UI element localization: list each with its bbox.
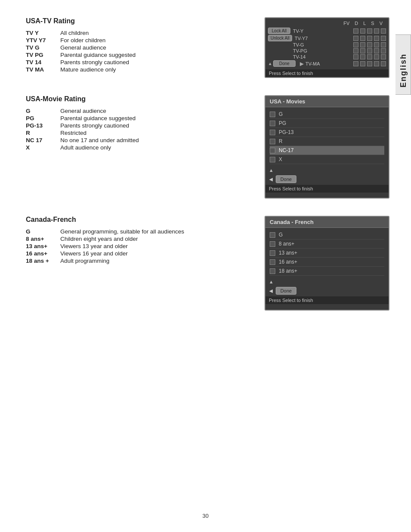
unlock-all-button[interactable]: Unlock All bbox=[268, 35, 292, 41]
list-item: GGeneral audience bbox=[26, 107, 139, 115]
usa-movie-done-button[interactable]: Done bbox=[276, 175, 296, 183]
usa-tv-row-y: Lock All TV-Y bbox=[268, 28, 386, 34]
cb-s-14[interactable] bbox=[374, 54, 379, 59]
cb-fv-g[interactable] bbox=[353, 42, 358, 47]
list-item[interactable]: 13 ans+ bbox=[270, 249, 384, 258]
cb-v-g[interactable] bbox=[381, 42, 386, 47]
usa-tv-row-pg: TV-PG bbox=[268, 48, 386, 53]
list-item[interactable]: 18 ans+ bbox=[270, 267, 384, 276]
list-item: NC 17No one 17 and under admitted bbox=[26, 137, 139, 144]
usa-tv-text: USA-TV Rating TV YAll childrenYTV Y7For … bbox=[26, 17, 252, 78]
cb-fv-y[interactable] bbox=[353, 28, 358, 34]
list-item[interactable]: R bbox=[270, 137, 384, 146]
cb-l-g[interactable] bbox=[367, 42, 372, 47]
usa-movie-list: GPGPG-13RNC-17X bbox=[265, 107, 389, 167]
cb-s-ma[interactable] bbox=[374, 61, 379, 66]
list-item: PGParental guidance suggested bbox=[26, 115, 139, 122]
usa-movie-text: USA-Movie Rating GGeneral audiencePGPare… bbox=[26, 95, 252, 199]
usa-movie-footer: ◄ Done bbox=[265, 174, 389, 185]
list-item[interactable]: NC-17 bbox=[270, 146, 384, 155]
cb-d-y[interactable] bbox=[360, 28, 365, 34]
canada-french-done-button[interactable]: Done bbox=[276, 287, 296, 295]
cb-l-y[interactable] bbox=[367, 28, 372, 34]
cb-v-y[interactable] bbox=[381, 28, 386, 34]
cb-v-ma[interactable] bbox=[381, 61, 386, 66]
list-item[interactable]: G bbox=[270, 230, 384, 240]
cb-fv-ma[interactable] bbox=[353, 61, 358, 66]
cb-v-y7[interactable] bbox=[381, 36, 386, 41]
list-item: 8 ans+Children eight years and older bbox=[26, 235, 184, 243]
usa-movie-section: USA-Movie Rating GGeneral audiencePGPare… bbox=[26, 95, 389, 199]
usa-movie-screen-header: USA - Movies bbox=[265, 96, 389, 107]
page-number: 30 bbox=[0, 513, 411, 519]
usa-tv-press-select: Press Select to finish bbox=[265, 69, 389, 77]
cb-l-pg[interactable] bbox=[367, 48, 372, 53]
cb-l-ma[interactable] bbox=[367, 61, 372, 66]
list-item: 13 ans+Viewers 13 year and older bbox=[26, 243, 184, 250]
usa-tv-col-headers: FV D L S V bbox=[268, 20, 386, 27]
list-item: TV GGeneral audience bbox=[26, 44, 136, 51]
list-item: 16 ans+Viewers 16 year and older bbox=[26, 250, 184, 257]
canada-french-rating-table: GGeneral programming, suitable for all a… bbox=[26, 228, 184, 264]
list-item[interactable]: X bbox=[270, 155, 384, 164]
usa-tv-row-14: TV-14 bbox=[268, 54, 386, 59]
usa-tv-row-y7: Unlock All TV-Y7 bbox=[268, 35, 386, 41]
usa-tv-screen: FV D L S V Lock All TV-Y bbox=[265, 17, 389, 78]
lock-all-button[interactable]: Lock All bbox=[268, 28, 290, 34]
list-item: TV MAMature audience only bbox=[26, 66, 136, 73]
cb-d-y7[interactable] bbox=[360, 36, 365, 41]
list-item: RRestricted bbox=[26, 129, 139, 137]
english-tab: English bbox=[395, 34, 411, 95]
canada-french-up-arrow: ▲ bbox=[265, 279, 389, 284]
usa-movie-rating-table: GGeneral audiencePGParental guidance sug… bbox=[26, 107, 139, 151]
usa-movie-title: USA-Movie Rating bbox=[26, 95, 252, 103]
cb-v-14[interactable] bbox=[381, 54, 386, 59]
canada-french-list: G8 ans+13 ans+16 ans+18 ans+ bbox=[265, 228, 389, 278]
list-item: YTV Y7For older children bbox=[26, 37, 136, 44]
list-item: TV 14Parents strongly cautioned bbox=[26, 59, 136, 66]
list-item: GGeneral programming, suitable for all a… bbox=[26, 228, 184, 235]
list-item[interactable]: 8 ans+ bbox=[270, 240, 384, 249]
usa-tv-rating-table: TV YAll childrenYTV Y7For older children… bbox=[26, 29, 136, 73]
list-item[interactable]: PG-13 bbox=[270, 128, 384, 137]
list-item: TV PGParental guidance suggested bbox=[26, 51, 136, 59]
cb-fv-pg[interactable] bbox=[353, 48, 358, 53]
cb-d-14[interactable] bbox=[360, 54, 365, 59]
list-item[interactable]: G bbox=[270, 110, 384, 119]
list-item[interactable]: 16 ans+ bbox=[270, 258, 384, 267]
cb-v-pg[interactable] bbox=[381, 48, 386, 53]
cb-l-y7[interactable] bbox=[367, 36, 372, 41]
canada-french-section: Canada-French GGeneral programming, suit… bbox=[26, 216, 389, 311]
list-item: XAdult audience only bbox=[26, 144, 139, 151]
usa-movie-screen: USA - Movies GPGPG-13RNC-17X ▲ ◄ Done Pr… bbox=[265, 95, 389, 199]
cb-s-y[interactable] bbox=[374, 28, 379, 34]
canada-french-press-select: Press Select to finish bbox=[265, 296, 389, 304]
usa-tv-row-g: TV-G bbox=[268, 42, 386, 47]
usa-tv-done-button[interactable]: Done bbox=[273, 60, 296, 67]
usa-tv-section: USA-TV Rating TV YAll childrenYTV Y7For … bbox=[26, 17, 389, 78]
usa-tv-title: USA-TV Rating bbox=[26, 17, 252, 25]
list-item: TV YAll children bbox=[26, 29, 136, 37]
cb-s-g[interactable] bbox=[374, 42, 379, 47]
usa-tv-row-ma: ▲ Done ▶ TV-MA bbox=[268, 60, 386, 67]
list-item[interactable]: PG bbox=[270, 119, 384, 128]
cb-d-g[interactable] bbox=[360, 42, 365, 47]
list-item: PG-13Parents strongly cautioned bbox=[26, 122, 139, 129]
canada-french-screen: Canada - French G8 ans+13 ans+16 ans+18 … bbox=[265, 216, 389, 311]
canada-french-screen-header: Canada - French bbox=[265, 217, 389, 228]
cb-fv-14[interactable] bbox=[353, 54, 358, 59]
cb-s-y7[interactable] bbox=[374, 36, 379, 41]
canada-french-footer: ◄ Done bbox=[265, 285, 389, 296]
usa-movie-up-arrow: ▲ bbox=[265, 168, 389, 173]
usa-movie-press-select: Press Select to finish bbox=[265, 185, 389, 193]
cb-s-pg[interactable] bbox=[374, 48, 379, 53]
canada-french-title: Canada-French bbox=[26, 216, 252, 224]
cb-d-pg[interactable] bbox=[360, 48, 365, 53]
cb-d-ma[interactable] bbox=[360, 61, 365, 66]
cb-fv-y7[interactable] bbox=[353, 36, 358, 41]
list-item: 18 ans +Adult programming bbox=[26, 257, 184, 264]
canada-french-text: Canada-French GGeneral programming, suit… bbox=[26, 216, 252, 311]
cb-l-14[interactable] bbox=[367, 54, 372, 59]
